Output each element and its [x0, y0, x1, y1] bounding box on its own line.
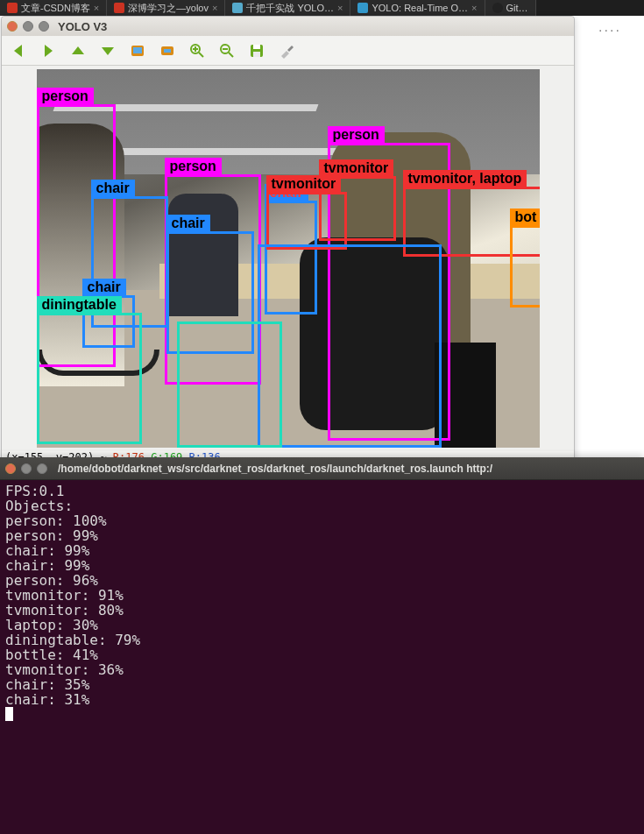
forward-arrow-icon[interactable]: [39, 41, 58, 60]
svg-rect-12: [253, 45, 260, 49]
window-minimize-icon[interactable]: [23, 21, 33, 32]
favicon-icon: [114, 3, 124, 13]
detection-bbox: [177, 322, 282, 448]
browser-tab[interactable]: 深博学习之—yolov ×: [107, 0, 225, 16]
terminal-line: person: 96%: [5, 573, 639, 588]
svg-line-5: [199, 53, 203, 57]
terminal-line: tvmonitor: 91%: [5, 588, 639, 603]
terminal-line: person: 100%: [5, 513, 639, 528]
detection-label: tvmonitor: [266, 175, 342, 193]
save-icon[interactable]: [247, 41, 266, 60]
terminal-line: Objects:: [5, 498, 639, 513]
terminal-titlebar[interactable]: /home/dobot/darknet_ws/src/darknet_ros/d…: [0, 457, 644, 480]
detection-label: tvmonitor, laptop: [403, 170, 527, 187]
svg-line-9: [229, 53, 233, 57]
browser-tab[interactable]: YOLO: Real-Time O… ×: [350, 0, 485, 16]
tab-label: Git…: [506, 3, 528, 13]
window-titlebar[interactable]: YOLO V3: [2, 17, 574, 36]
close-icon[interactable]: ×: [212, 3, 217, 13]
tab-label: 文章-CSDN博客: [21, 2, 90, 15]
back-arrow-icon[interactable]: [9, 41, 28, 60]
tab-label: 深博学习之—yolov: [128, 2, 209, 15]
detection-bbox: bot: [510, 225, 540, 307]
detection-label: person: [165, 158, 222, 175]
terminal-title: /home/dobot/darknet_ws/src/darknet_ros/d…: [58, 463, 639, 475]
terminal-line: tvmonitor: 80%: [5, 603, 639, 618]
down-arrow-icon[interactable]: [98, 41, 117, 60]
yolo-toolbar: [2, 36, 574, 66]
image-viewport: personpersonpersonchairchairchairchairdi…: [2, 66, 574, 451]
window-minimize-icon[interactable]: [21, 463, 32, 474]
detection-label: chair: [166, 215, 210, 232]
terminal-line: diningtable: 79%: [5, 633, 639, 647]
window-close-icon[interactable]: [5, 463, 16, 474]
detection-image[interactable]: personpersonpersonchairchairchairchairdi…: [37, 69, 540, 448]
terminal-line: bottle: 41%: [5, 647, 639, 662]
up-arrow-icon[interactable]: [68, 41, 88, 60]
tab-label: YOLO: Real-Time O…: [372, 3, 468, 13]
close-icon[interactable]: ×: [471, 3, 477, 13]
terminal-line: tvmonitor: 36%: [5, 662, 639, 677]
terminal-line: chair: 31%: [5, 692, 639, 707]
svg-rect-3: [164, 49, 171, 53]
favicon-icon: [232, 3, 243, 13]
terminal-line: FPS:0.1: [5, 484, 639, 498]
zoom-out-icon[interactable]: [217, 41, 237, 60]
browser-tab[interactable]: 文章-CSDN博客 ×: [0, 0, 107, 16]
terminal-line: chair: 99%: [5, 543, 639, 558]
detection-bbox: tvmonitor: [266, 192, 347, 250]
terminal-line: chair: 99%: [5, 558, 639, 573]
zoom-in-icon[interactable]: [188, 41, 207, 60]
terminal-cursor: [5, 707, 13, 721]
favicon-icon: [7, 3, 18, 13]
terminal-window: /home/dobot/darknet_ws/src/darknet_ros/d…: [0, 457, 644, 834]
favicon-icon: [492, 3, 503, 13]
svg-rect-13: [253, 52, 260, 57]
terminal-line: laptop: 30%: [5, 618, 639, 633]
detection-label: chair: [82, 279, 126, 296]
browser-tab[interactable]: Git…: [485, 0, 536, 16]
terminal-output[interactable]: FPS:0.1Objects:person: 100%person: 99%ch…: [0, 480, 644, 727]
detection-label: bot: [510, 208, 540, 226]
yolo-window: YOLO V3: [1, 16, 575, 480]
svg-rect-1: [133, 47, 142, 53]
tab-overflow-icon[interactable]: ····: [576, 16, 644, 46]
detection-label: person: [37, 88, 94, 105]
browser-tab[interactable]: 千把千实战 YOLO… ×: [225, 0, 350, 16]
terminal-line: chair: 35%: [5, 677, 639, 692]
detection-bbox: diningtable: [37, 313, 142, 444]
terminal-line: person: 99%: [5, 528, 639, 543]
detection-label: person: [328, 126, 385, 144]
window-maximize-icon[interactable]: [37, 463, 47, 474]
window-close-icon[interactable]: [7, 21, 18, 32]
fit-icon[interactable]: [158, 41, 177, 60]
brush-icon[interactable]: [277, 41, 296, 60]
favicon-icon: [357, 3, 368, 13]
close-icon[interactable]: ×: [94, 3, 99, 13]
tab-label: 千把千实战 YOLO…: [246, 2, 334, 15]
detection-label: diningtable: [37, 296, 122, 314]
window-title: YOLO V3: [58, 20, 107, 33]
browser-tabstrip: 文章-CSDN博客 × 深博学习之—yolov × 千把千实战 YOLO… × …: [0, 0, 644, 16]
close-icon[interactable]: ×: [337, 3, 343, 13]
window-maximize-icon[interactable]: [39, 21, 49, 32]
detection-label: tvmonitor: [319, 159, 394, 177]
detection-label: chair: [91, 180, 135, 197]
detection-bbox: [258, 244, 442, 448]
home-icon[interactable]: [128, 41, 147, 60]
